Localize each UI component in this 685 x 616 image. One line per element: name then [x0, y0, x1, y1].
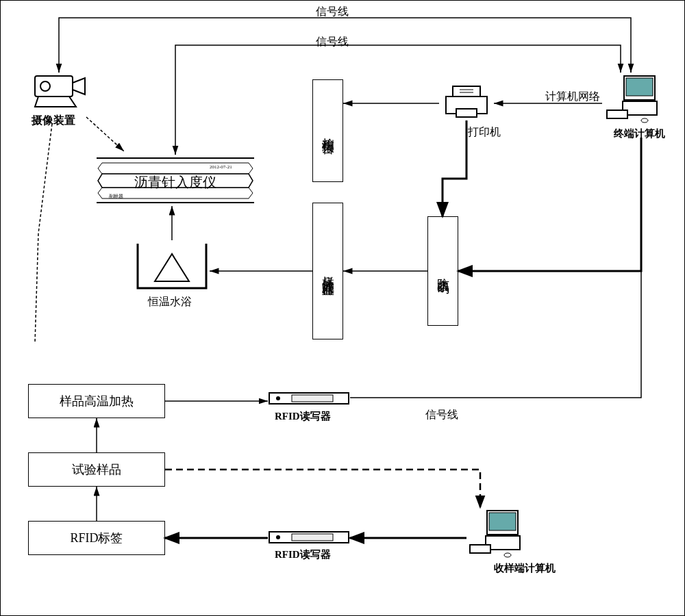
- svg-point-27: [504, 553, 511, 557]
- sample-heat-label: 样品高温加热: [60, 393, 134, 409]
- terminal-computer-label: 终端计算机: [614, 127, 665, 140]
- test-sample-box: 试验样品: [28, 452, 165, 487]
- rfid-tag-label: RFID标签: [70, 530, 123, 546]
- svg-rect-22: [292, 534, 333, 541]
- receiver-computer-label: 收样端计算机: [494, 562, 556, 575]
- svg-rect-5: [607, 110, 627, 118]
- terminal-computer-icon: [603, 73, 665, 124]
- test-report-box: 检测报告: [312, 79, 343, 182]
- signal-line-mid-label: 信号线: [425, 408, 458, 422]
- penetrometer-label: 沥青针入度仪: [134, 173, 216, 192]
- camera-icon: [32, 73, 86, 110]
- penetrometer-box: 沥青针入度仪 2012-07-21 副标题: [97, 155, 254, 206]
- svg-point-6: [641, 118, 648, 123]
- water-bath-label: 恒温水浴: [148, 295, 192, 309]
- waterproof-barcode-box: 防水条码: [427, 216, 458, 326]
- printer-label: 打印机: [468, 125, 501, 140]
- test-sample-label: 试验样品: [72, 461, 121, 478]
- penetrometer-date: 2012-07-21: [210, 164, 232, 170]
- svg-rect-3: [626, 78, 653, 96]
- camera-label: 摄像装置: [32, 114, 75, 128]
- penetrometer-small-caption: 副标题: [109, 193, 123, 200]
- rfid-reader-top-label: RFID读写器: [275, 410, 331, 423]
- svg-rect-8: [453, 86, 480, 97]
- svg-rect-26: [470, 545, 490, 553]
- inject-dish-label: 样品注入盛样皿: [320, 266, 336, 276]
- svg-rect-24: [489, 513, 516, 530]
- receiver-computer-icon: [466, 507, 528, 559]
- svg-point-18: [276, 396, 280, 400]
- rfid-reader-top-icon: [268, 387, 350, 408]
- signal-line-label-top1: 信号线: [316, 5, 349, 19]
- inject-dish-box: 样品注入盛样皿: [312, 203, 343, 339]
- rfid-reader-bottom-label: RFID读写器: [275, 548, 331, 561]
- rfid-reader-bottom-icon: [268, 526, 350, 547]
- svg-rect-9: [456, 109, 477, 117]
- sample-heat-box: 样品高温加热: [28, 384, 165, 418]
- svg-point-21: [276, 535, 280, 539]
- signal-line-label-top2: 信号线: [316, 35, 349, 49]
- waterproof-barcode-label: 防水条码: [435, 268, 451, 274]
- svg-rect-19: [292, 395, 333, 402]
- water-bath-icon: [134, 240, 210, 292]
- printer-icon: [439, 83, 494, 120]
- svg-point-1: [40, 81, 50, 91]
- rfid-tag-box: RFID标签: [28, 521, 165, 555]
- computer-network-label: 计算机网络: [545, 90, 600, 104]
- diagram-container: 信号线 信号线 计算机网络 打印机 摄像装置 终端计算机: [0, 0, 685, 616]
- test-report-label: 检测报告: [320, 128, 336, 133]
